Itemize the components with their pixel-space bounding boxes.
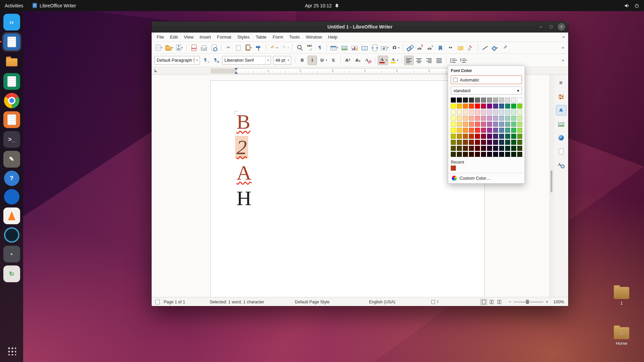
color-swatch[interactable] [457, 122, 462, 127]
document-page[interactable]: B2AH [210, 80, 485, 297]
color-swatch[interactable] [457, 140, 462, 145]
vertical-scrollbar[interactable] [549, 75, 553, 297]
undo-button[interactable]: ↶▾ [268, 43, 279, 52]
color-swatch[interactable] [493, 134, 498, 139]
activities-button[interactable]: Activities [0, 0, 28, 11]
color-swatch[interactable] [475, 110, 480, 115]
color-swatch[interactable] [469, 134, 474, 139]
menu-styles[interactable]: Styles [234, 33, 253, 42]
color-swatch[interactable] [463, 98, 468, 103]
underline-button[interactable]: U▾ [318, 56, 328, 65]
close-button[interactable]: × [558, 23, 565, 31]
document-character-H[interactable]: H [236, 187, 252, 209]
color-swatch[interactable] [451, 146, 456, 151]
dock-trash[interactable]: ↻ [3, 265, 20, 282]
focused-app-menu[interactable]: LibreOffice Writer [28, 0, 80, 11]
desktop-folder-home[interactable]: ⌂ Home [609, 327, 634, 346]
color-swatch[interactable] [511, 140, 516, 145]
color-swatch[interactable] [517, 140, 522, 145]
spelling-button[interactable] [305, 43, 314, 52]
color-swatch[interactable] [451, 122, 456, 127]
word-count-status[interactable]: Selected: 1 word, 1 character [210, 297, 264, 306]
insert-special-character-button[interactable]: Ω▾ [390, 43, 400, 52]
document-character-2[interactable]: 2 [236, 136, 247, 159]
left-indent-marker[interactable] [234, 72, 238, 74]
formatting-marks-button[interactable]: ¶ [315, 43, 324, 52]
dock-help[interactable]: ? [4, 171, 19, 186]
color-swatch[interactable] [463, 152, 468, 157]
desktop-folder-1[interactable]: 1 [609, 287, 634, 306]
color-swatch[interactable] [463, 128, 468, 133]
color-swatch[interactable] [505, 134, 510, 139]
color-swatch[interactable] [451, 98, 456, 103]
scrollbar-thumb[interactable] [550, 170, 552, 192]
color-swatch[interactable] [469, 152, 474, 157]
menu-tools[interactable]: Tools [286, 33, 303, 42]
color-swatch[interactable] [499, 140, 504, 145]
color-swatch[interactable] [451, 140, 456, 145]
gallery-deck-button[interactable] [556, 119, 567, 129]
dock-ring-app[interactable] [4, 227, 19, 243]
insert-comment-button[interactable] [456, 43, 465, 52]
insert-endnote-button[interactable] [426, 43, 435, 52]
clock-menu[interactable]: Apr 25 10:12 [302, 0, 342, 11]
system-status-menu[interactable] [624, 0, 644, 11]
color-swatch[interactable] [481, 128, 486, 133]
color-swatch[interactable] [463, 122, 468, 127]
color-swatch[interactable] [499, 104, 504, 109]
color-swatch[interactable] [511, 152, 516, 157]
update-style-button[interactable] [202, 56, 211, 65]
color-swatch[interactable] [457, 116, 462, 121]
menu-view[interactable]: View [181, 33, 197, 42]
color-swatch[interactable] [481, 110, 486, 115]
single-page-view-button[interactable] [480, 299, 487, 305]
toolbar-overflow-button[interactable]: » [560, 58, 566, 63]
color-swatch[interactable] [517, 146, 522, 151]
insert-footnote-button[interactable] [416, 43, 425, 52]
color-swatch[interactable] [463, 104, 468, 109]
color-swatch[interactable] [511, 122, 516, 127]
color-swatch[interactable] [511, 110, 516, 115]
color-swatch[interactable] [481, 146, 486, 151]
selection-mode-status[interactable]: I [431, 297, 438, 306]
color-swatch[interactable] [505, 122, 510, 127]
color-swatch[interactable] [469, 110, 474, 115]
navigator-deck-button[interactable] [556, 132, 567, 143]
page-count-status[interactable]: Page 1 of 1 [164, 297, 185, 306]
dock-libreoffice-impress[interactable] [3, 111, 20, 128]
color-swatch[interactable] [493, 140, 498, 145]
color-swatch[interactable] [517, 116, 522, 121]
color-swatch[interactable] [499, 134, 504, 139]
color-swatch[interactable] [517, 110, 522, 115]
superscript-button[interactable]: A² [343, 56, 353, 65]
color-swatch[interactable] [493, 128, 498, 133]
chevron-down-icon[interactable]: ▾ [285, 56, 291, 64]
color-swatch[interactable] [469, 146, 474, 151]
dock-vlc[interactable] [3, 207, 20, 224]
color-swatch[interactable] [499, 128, 504, 133]
insert-chart-button[interactable] [350, 43, 359, 52]
color-swatch[interactable] [463, 110, 468, 115]
color-swatch[interactable] [487, 116, 492, 121]
color-swatch[interactable] [499, 146, 504, 151]
color-swatch[interactable] [487, 104, 492, 109]
chevron-down-icon[interactable]: ▾ [265, 56, 271, 64]
color-swatch[interactable] [475, 98, 480, 103]
zoom-in-button[interactable]: + [545, 297, 549, 306]
dock-vscode[interactable]: ‹› [3, 14, 20, 31]
color-swatch[interactable] [451, 134, 456, 139]
recent-color-swatch[interactable] [451, 166, 456, 171]
color-swatch[interactable] [481, 134, 486, 139]
paragraph-style-value[interactable]: Default Paragraph Style [155, 58, 194, 63]
color-swatch[interactable] [499, 110, 504, 115]
color-swatch[interactable] [487, 140, 492, 145]
zoom-slider[interactable] [514, 297, 543, 306]
dock-show-apps[interactable] [3, 343, 20, 359]
color-swatch[interactable] [487, 152, 492, 157]
font-name-combobox[interactable]: Liberation Serif ▾ [222, 56, 271, 65]
styles-deck-button[interactable]: A [556, 105, 567, 116]
insert-hyperlink-button[interactable] [406, 43, 415, 52]
zoom-out-button[interactable]: − [508, 297, 513, 306]
color-swatch[interactable] [481, 140, 486, 145]
maximize-button[interactable]: □ [547, 23, 555, 31]
